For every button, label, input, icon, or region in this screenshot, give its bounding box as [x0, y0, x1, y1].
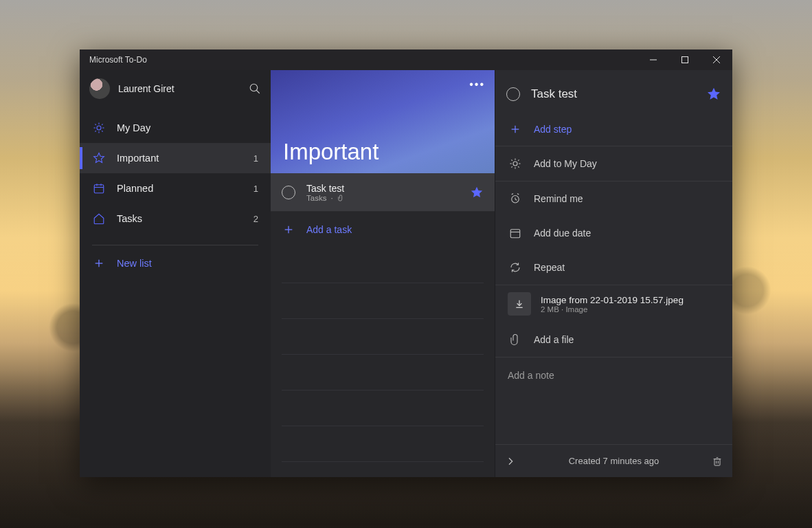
detail-header: Task test — [495, 70, 732, 113]
task-title: Task test — [306, 183, 344, 194]
hide-detail-button[interactable] — [505, 456, 516, 467]
task-detail: Task test Add step Add to My Day — [495, 70, 732, 477]
calendar-icon — [508, 227, 523, 239]
detail-footer: Created 7 minutes ago — [495, 444, 732, 477]
chevron-right-icon — [505, 456, 516, 467]
svg-line-30 — [511, 160, 512, 161]
task-subtitle: Tasks · — [306, 194, 344, 202]
task-row[interactable]: Task test Tasks · — [271, 173, 495, 212]
download-icon — [508, 292, 531, 316]
sidebar-item-count: 1 — [253, 184, 258, 194]
profile[interactable]: Laurent Giret — [80, 73, 271, 109]
svg-rect-39 — [510, 230, 520, 238]
add-file-button[interactable]: Add a file — [495, 322, 732, 357]
new-list-button[interactable]: New list — [80, 248, 271, 278]
option-label: Remind me — [534, 193, 583, 204]
search-icon — [249, 82, 261, 95]
content: Laurent Giret My Day Import — [80, 70, 732, 477]
created-label: Created 7 minutes ago — [516, 456, 712, 466]
minimize-icon — [650, 56, 657, 63]
close-icon — [713, 56, 720, 63]
star-filled-icon — [706, 87, 721, 102]
task-texts: Task test Tasks · — [306, 183, 344, 202]
profile-name: Laurent Giret — [118, 83, 174, 94]
svg-rect-15 — [94, 185, 104, 193]
close-button[interactable] — [701, 50, 732, 70]
sidebar-item-count: 2 — [253, 214, 258, 224]
alarm-icon — [508, 192, 523, 205]
list-title: Important — [283, 139, 482, 165]
attachment-texts: Image from 22-01-2019 15.57.jpeg 2 MB · … — [541, 295, 684, 314]
svg-line-36 — [515, 199, 517, 201]
detail-star-button[interactable] — [706, 87, 721, 102]
attachment-name: Image from 22-01-2019 15.57.jpeg — [541, 295, 684, 305]
option-label: Add to My Day — [534, 158, 597, 169]
attachment-meta: 2 MB · Image — [541, 305, 684, 314]
option-label: Repeat — [534, 262, 565, 273]
svg-point-4 — [250, 84, 258, 91]
sidebar-item-count: 1 — [253, 153, 258, 164]
app-title: Microsoft To-Do — [89, 55, 147, 65]
svg-line-33 — [511, 166, 512, 168]
option-label: Add a file — [534, 334, 574, 345]
add-task-label: Add a task — [306, 224, 352, 235]
list-header: ••• Important — [271, 70, 495, 173]
add-step-button[interactable]: Add step — [495, 113, 732, 146]
avatar — [89, 78, 110, 99]
svg-line-38 — [517, 194, 519, 195]
minimize-button[interactable] — [638, 50, 669, 70]
plus-icon — [282, 224, 295, 235]
svg-rect-1 — [682, 57, 688, 63]
sidebar-item-label: Important — [117, 153, 159, 164]
detail-title[interactable]: Task test — [531, 87, 577, 101]
due-date-button[interactable]: Add due date — [495, 216, 732, 250]
delete-task-button[interactable] — [712, 456, 723, 467]
list-more-button[interactable]: ••• — [469, 78, 485, 91]
svg-line-13 — [102, 124, 103, 125]
new-list-label: New list — [117, 258, 152, 269]
task-checkbox[interactable] — [282, 186, 295, 199]
remind-me-button[interactable]: Remind me — [495, 182, 732, 216]
svg-point-25 — [513, 162, 517, 166]
window-controls — [638, 50, 732, 70]
sidebar: Laurent Giret My Day Import — [80, 70, 271, 477]
repeat-icon — [508, 261, 523, 274]
nav: My Day Important 1 Planned 1 — [80, 109, 271, 242]
maximize-button[interactable] — [669, 50, 701, 70]
task-star-button[interactable] — [470, 186, 484, 199]
svg-point-6 — [97, 126, 101, 130]
add-task-button[interactable]: Add a task — [271, 212, 495, 248]
add-my-day-button[interactable]: Add to My Day — [495, 146, 732, 181]
plus-icon — [508, 124, 523, 135]
empty-row — [282, 426, 484, 462]
empty-row — [282, 248, 484, 283]
ellipsis-icon: ••• — [469, 78, 485, 90]
sidebar-item-my-day[interactable]: My Day — [80, 113, 271, 143]
sidebar-item-tasks[interactable]: Tasks 2 — [80, 204, 271, 234]
search-button[interactable] — [249, 82, 261, 95]
note-input[interactable]: Add a note — [495, 358, 732, 393]
add-step-label: Add step — [534, 124, 572, 135]
sun-icon — [508, 157, 523, 170]
empty-row — [282, 319, 484, 355]
empty-row — [282, 283, 484, 319]
plus-icon — [92, 258, 106, 269]
svg-rect-43 — [714, 459, 720, 465]
empty-row — [282, 390, 484, 426]
sun-icon — [92, 121, 106, 135]
paperclip-icon — [508, 333, 523, 346]
empty-row — [282, 355, 484, 390]
svg-line-12 — [102, 131, 103, 132]
attachment-row[interactable]: Image from 22-01-2019 15.57.jpeg 2 MB · … — [495, 285, 732, 322]
paperclip-icon — [337, 194, 344, 202]
sidebar-item-label: Planned — [117, 183, 153, 194]
sidebar-item-important[interactable]: Important 1 — [80, 143, 271, 173]
app-window: Microsoft To-Do Laurent Giret — [80, 50, 732, 477]
sidebar-item-planned[interactable]: Planned 1 — [80, 173, 271, 204]
home-icon — [92, 212, 106, 226]
repeat-button[interactable]: Repeat — [495, 250, 732, 285]
option-label: Add due date — [534, 228, 591, 239]
sidebar-item-label: Tasks — [117, 213, 142, 224]
task-list: Task test Tasks · Add — [271, 173, 495, 462]
detail-checkbox[interactable] — [506, 87, 520, 101]
